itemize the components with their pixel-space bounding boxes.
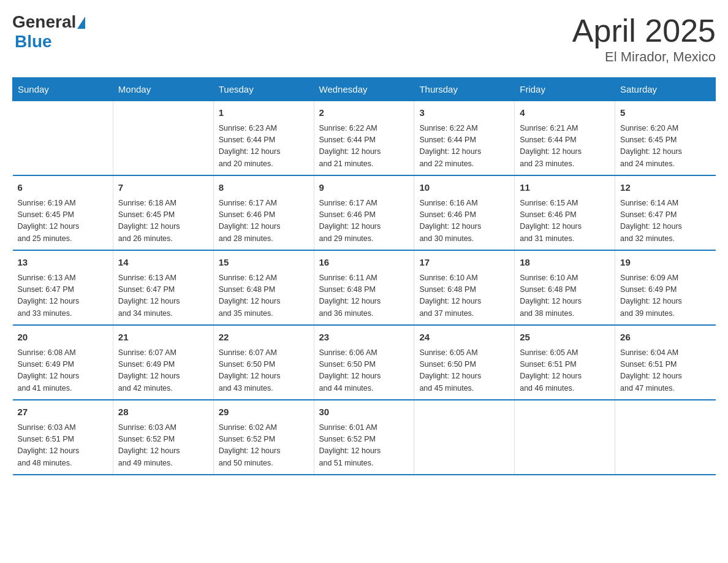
calendar-cell: 26Sunrise: 6:04 AM Sunset: 6:51 PM Dayli… (615, 325, 716, 400)
day-info: Sunrise: 6:02 AM Sunset: 6:52 PM Dayligh… (219, 422, 309, 470)
day-number: 10 (419, 181, 509, 195)
day-number: 15 (219, 256, 309, 270)
day-info: Sunrise: 6:11 AM Sunset: 6:48 PM Dayligh… (319, 272, 409, 320)
day-number: 19 (620, 256, 710, 270)
day-number: 1 (219, 106, 309, 120)
calendar-cell (414, 400, 515, 475)
calendar-cell: 20Sunrise: 6:08 AM Sunset: 6:49 PM Dayli… (13, 325, 113, 400)
calendar-table: SundayMondayTuesdayWednesdayThursdayFrid… (12, 77, 716, 475)
day-number: 28 (118, 405, 208, 419)
day-number: 5 (620, 106, 710, 120)
calendar-cell: 1Sunrise: 6:23 AM Sunset: 6:44 PM Daylig… (213, 101, 314, 176)
calendar-cell: 7Sunrise: 6:18 AM Sunset: 6:45 PM Daylig… (113, 175, 213, 250)
calendar-cell: 24Sunrise: 6:05 AM Sunset: 6:50 PM Dayli… (414, 325, 515, 400)
day-info: Sunrise: 6:10 AM Sunset: 6:48 PM Dayligh… (520, 272, 610, 320)
header-monday: Monday (113, 78, 213, 101)
calendar-cell: 13Sunrise: 6:13 AM Sunset: 6:47 PM Dayli… (13, 250, 113, 325)
day-info: Sunrise: 6:20 AM Sunset: 6:45 PM Dayligh… (620, 123, 710, 170)
calendar-cell: 10Sunrise: 6:16 AM Sunset: 6:46 PM Dayli… (414, 175, 515, 250)
day-info: Sunrise: 6:03 AM Sunset: 6:51 PM Dayligh… (18, 422, 108, 470)
calendar-cell: 11Sunrise: 6:15 AM Sunset: 6:46 PM Dayli… (515, 175, 615, 250)
day-number: 24 (419, 331, 509, 345)
day-info: Sunrise: 6:08 AM Sunset: 6:49 PM Dayligh… (18, 347, 108, 395)
day-info: Sunrise: 6:19 AM Sunset: 6:45 PM Dayligh… (18, 197, 108, 245)
day-number: 17 (419, 256, 509, 270)
day-number: 18 (520, 256, 610, 270)
day-info: Sunrise: 6:12 AM Sunset: 6:48 PM Dayligh… (219, 272, 309, 320)
logo-general: General (12, 12, 76, 32)
week-row-3: 13Sunrise: 6:13 AM Sunset: 6:47 PM Dayli… (13, 250, 716, 325)
logo: General Blue (12, 12, 85, 52)
calendar-cell: 29Sunrise: 6:02 AM Sunset: 6:52 PM Dayli… (213, 400, 314, 475)
title-block: April 2025 El Mirador, Mexico (572, 12, 716, 65)
week-row-1: 1Sunrise: 6:23 AM Sunset: 6:44 PM Daylig… (13, 101, 716, 176)
calendar-cell: 12Sunrise: 6:14 AM Sunset: 6:47 PM Dayli… (615, 175, 716, 250)
day-info: Sunrise: 6:17 AM Sunset: 6:46 PM Dayligh… (319, 197, 409, 245)
calendar-cell (13, 101, 113, 176)
day-info: Sunrise: 6:17 AM Sunset: 6:46 PM Dayligh… (219, 197, 309, 245)
calendar-cell: 27Sunrise: 6:03 AM Sunset: 6:51 PM Dayli… (13, 400, 113, 475)
header-tuesday: Tuesday (213, 78, 314, 101)
calendar-cell: 3Sunrise: 6:22 AM Sunset: 6:44 PM Daylig… (414, 101, 515, 176)
day-info: Sunrise: 6:03 AM Sunset: 6:52 PM Dayligh… (118, 422, 208, 470)
day-info: Sunrise: 6:01 AM Sunset: 6:52 PM Dayligh… (319, 422, 409, 470)
day-number: 8 (219, 181, 309, 195)
day-number: 30 (319, 405, 409, 419)
week-row-5: 27Sunrise: 6:03 AM Sunset: 6:51 PM Dayli… (13, 400, 716, 475)
calendar-cell: 14Sunrise: 6:13 AM Sunset: 6:47 PM Dayli… (113, 250, 213, 325)
calendar-header-row: SundayMondayTuesdayWednesdayThursdayFrid… (13, 78, 716, 101)
day-number: 7 (118, 181, 208, 195)
calendar-cell: 18Sunrise: 6:10 AM Sunset: 6:48 PM Dayli… (515, 250, 615, 325)
day-info: Sunrise: 6:06 AM Sunset: 6:50 PM Dayligh… (319, 347, 409, 395)
day-number: 13 (18, 256, 108, 270)
logo-blue: Blue (15, 32, 52, 52)
day-info: Sunrise: 6:21 AM Sunset: 6:44 PM Dayligh… (520, 123, 610, 170)
day-number: 2 (319, 106, 409, 120)
week-row-2: 6Sunrise: 6:19 AM Sunset: 6:45 PM Daylig… (13, 175, 716, 250)
calendar-cell: 5Sunrise: 6:20 AM Sunset: 6:45 PM Daylig… (615, 101, 716, 176)
day-info: Sunrise: 6:23 AM Sunset: 6:44 PM Dayligh… (219, 123, 309, 170)
day-number: 21 (118, 331, 208, 345)
day-number: 22 (219, 331, 309, 345)
calendar-cell: 15Sunrise: 6:12 AM Sunset: 6:48 PM Dayli… (213, 250, 314, 325)
day-info: Sunrise: 6:07 AM Sunset: 6:49 PM Dayligh… (118, 347, 208, 395)
day-info: Sunrise: 6:18 AM Sunset: 6:45 PM Dayligh… (118, 197, 208, 245)
header-thursday: Thursday (414, 78, 515, 101)
day-info: Sunrise: 6:13 AM Sunset: 6:47 PM Dayligh… (118, 272, 208, 320)
day-info: Sunrise: 6:05 AM Sunset: 6:50 PM Dayligh… (419, 347, 509, 395)
day-number: 16 (319, 256, 409, 270)
calendar-cell: 4Sunrise: 6:21 AM Sunset: 6:44 PM Daylig… (515, 101, 615, 176)
day-info: Sunrise: 6:22 AM Sunset: 6:44 PM Dayligh… (419, 123, 509, 170)
day-number: 14 (118, 256, 208, 270)
day-number: 11 (520, 181, 610, 195)
calendar-cell: 22Sunrise: 6:07 AM Sunset: 6:50 PM Dayli… (213, 325, 314, 400)
calendar-cell (113, 101, 213, 176)
calendar-cell: 28Sunrise: 6:03 AM Sunset: 6:52 PM Dayli… (113, 400, 213, 475)
day-info: Sunrise: 6:09 AM Sunset: 6:49 PM Dayligh… (620, 272, 710, 320)
day-number: 12 (620, 181, 710, 195)
calendar-cell: 6Sunrise: 6:19 AM Sunset: 6:45 PM Daylig… (13, 175, 113, 250)
calendar-cell: 21Sunrise: 6:07 AM Sunset: 6:49 PM Dayli… (113, 325, 213, 400)
calendar-cell: 17Sunrise: 6:10 AM Sunset: 6:48 PM Dayli… (414, 250, 515, 325)
calendar-cell: 19Sunrise: 6:09 AM Sunset: 6:49 PM Dayli… (615, 250, 716, 325)
calendar-cell (515, 400, 615, 475)
calendar-subtitle: El Mirador, Mexico (572, 49, 716, 65)
header-saturday: Saturday (615, 78, 716, 101)
day-info: Sunrise: 6:14 AM Sunset: 6:47 PM Dayligh… (620, 197, 710, 245)
day-number: 25 (520, 331, 610, 345)
day-number: 3 (419, 106, 509, 120)
day-info: Sunrise: 6:16 AM Sunset: 6:46 PM Dayligh… (419, 197, 509, 245)
calendar-cell: 16Sunrise: 6:11 AM Sunset: 6:48 PM Dayli… (314, 250, 414, 325)
calendar-cell: 2Sunrise: 6:22 AM Sunset: 6:44 PM Daylig… (314, 101, 414, 176)
header-sunday: Sunday (13, 78, 113, 101)
day-number: 26 (620, 331, 710, 345)
day-number: 6 (18, 181, 108, 195)
calendar-cell: 8Sunrise: 6:17 AM Sunset: 6:46 PM Daylig… (213, 175, 314, 250)
page-header: General Blue April 2025 El Mirador, Mexi… (12, 12, 716, 65)
calendar-cell: 9Sunrise: 6:17 AM Sunset: 6:46 PM Daylig… (314, 175, 414, 250)
week-row-4: 20Sunrise: 6:08 AM Sunset: 6:49 PM Dayli… (13, 325, 716, 400)
calendar-cell: 25Sunrise: 6:05 AM Sunset: 6:51 PM Dayli… (515, 325, 615, 400)
day-number: 23 (319, 331, 409, 345)
calendar-title: April 2025 (572, 12, 716, 49)
day-number: 20 (18, 331, 108, 345)
